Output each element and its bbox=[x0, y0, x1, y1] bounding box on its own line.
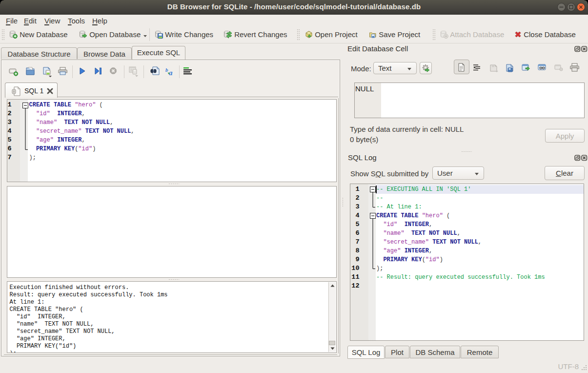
svg-text:a: a bbox=[169, 69, 173, 77]
svg-text:b: b bbox=[165, 67, 168, 73]
